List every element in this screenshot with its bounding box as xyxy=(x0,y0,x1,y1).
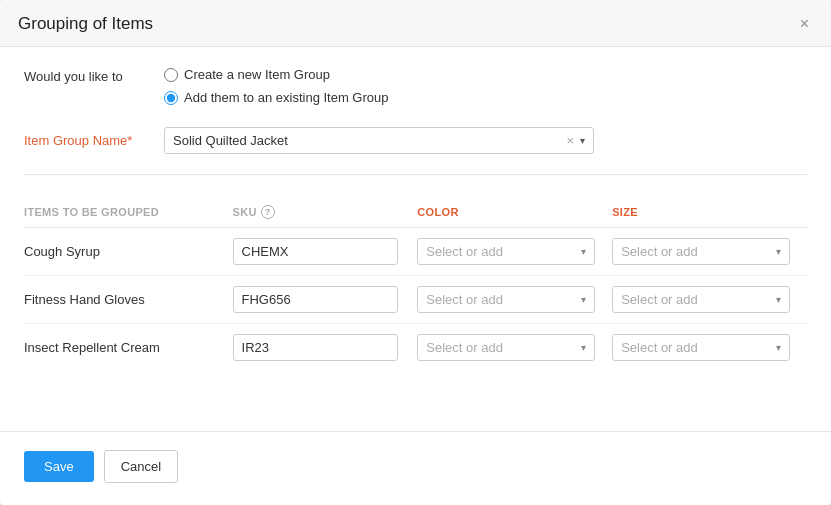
table-row: Cough Syrup Select or add ▾ Select or ad… xyxy=(24,228,807,276)
size-cell-0: Select or add ▾ xyxy=(612,228,807,276)
clear-icon[interactable]: × xyxy=(566,133,574,148)
size-dropdown-1[interactable]: Select or add ▾ xyxy=(612,286,790,313)
item-name-0: Cough Syrup xyxy=(24,228,233,276)
item-group-label: Item Group Name* xyxy=(24,133,164,148)
radio-existing-input[interactable] xyxy=(164,91,178,105)
col-header-size: SIZE xyxy=(612,197,807,228)
dialog-title: Grouping of Items xyxy=(18,14,153,34)
size-dropdown-0[interactable]: Select or add ▾ xyxy=(612,238,790,265)
col-header-color: COLOR xyxy=(417,197,612,228)
sku-cell-1 xyxy=(233,276,418,324)
sku-cell-0 xyxy=(233,228,418,276)
color-dropdown-0[interactable]: Select or add ▾ xyxy=(417,238,595,265)
color-chevron-0: ▾ xyxy=(581,246,586,257)
size-placeholder-2: Select or add xyxy=(621,340,698,355)
dialog-footer: Save Cancel xyxy=(0,431,831,505)
size-placeholder-1: Select or add xyxy=(621,292,698,307)
color-chevron-1: ▾ xyxy=(581,294,586,305)
color-chevron-2: ▾ xyxy=(581,342,586,353)
grouping-of-items-dialog: Grouping of Items × Would you like to Cr… xyxy=(0,0,831,505)
size-dropdown-2[interactable]: Select or add ▾ xyxy=(612,334,790,361)
color-dropdown-2[interactable]: Select or add ▾ xyxy=(417,334,595,361)
close-button[interactable]: × xyxy=(796,14,813,34)
item-name-1: Fitness Hand Gloves xyxy=(24,276,233,324)
item-group-value: Solid Quilted Jacket xyxy=(173,133,566,148)
col-header-items: ITEMS TO BE GROUPED xyxy=(24,197,233,228)
radio-option-existing[interactable]: Add them to an existing Item Group xyxy=(164,90,389,105)
dialog-body: Would you like to Create a new Item Grou… xyxy=(0,47,831,419)
item-group-select[interactable]: Solid Quilted Jacket × ▾ xyxy=(164,127,594,154)
table-row: Fitness Hand Gloves Select or add ▾ Sele… xyxy=(24,276,807,324)
size-chevron-0: ▾ xyxy=(776,246,781,257)
sku-help-icon[interactable]: ? xyxy=(261,205,275,219)
radio-new-input[interactable] xyxy=(164,68,178,82)
color-placeholder-0: Select or add xyxy=(426,244,503,259)
cancel-button[interactable]: Cancel xyxy=(104,450,178,483)
radio-section: Would you like to Create a new Item Grou… xyxy=(24,67,807,105)
color-placeholder-2: Select or add xyxy=(426,340,503,355)
radio-prompt: Would you like to xyxy=(24,67,164,84)
sku-cell-2 xyxy=(233,324,418,372)
size-cell-2: Select or add ▾ xyxy=(612,324,807,372)
size-placeholder-0: Select or add xyxy=(621,244,698,259)
chevron-down-icon: ▾ xyxy=(580,135,585,146)
dialog-header: Grouping of Items × xyxy=(0,0,831,47)
radio-group: Create a new Item Group Add them to an e… xyxy=(164,67,389,105)
sku-input-0[interactable] xyxy=(233,238,398,265)
color-placeholder-1: Select or add xyxy=(426,292,503,307)
save-button[interactable]: Save xyxy=(24,451,94,482)
table-row: Insect Repellent Cream Select or add ▾ S… xyxy=(24,324,807,372)
item-name-2: Insect Repellent Cream xyxy=(24,324,233,372)
radio-new-label: Create a new Item Group xyxy=(184,67,330,82)
size-cell-1: Select or add ▾ xyxy=(612,276,807,324)
size-chevron-1: ▾ xyxy=(776,294,781,305)
radio-option-new[interactable]: Create a new Item Group xyxy=(164,67,389,82)
item-group-name-row: Item Group Name* Solid Quilted Jacket × … xyxy=(24,127,807,175)
items-table: ITEMS TO BE GROUPED SKU ? COLOR SIZE xyxy=(24,197,807,371)
color-cell-0: Select or add ▾ xyxy=(417,228,612,276)
col-header-sku: SKU ? xyxy=(233,197,418,228)
radio-existing-label: Add them to an existing Item Group xyxy=(184,90,389,105)
sku-input-1[interactable] xyxy=(233,286,398,313)
color-cell-2: Select or add ▾ xyxy=(417,324,612,372)
color-cell-1: Select or add ▾ xyxy=(417,276,612,324)
sku-input-2[interactable] xyxy=(233,334,398,361)
size-chevron-2: ▾ xyxy=(776,342,781,353)
color-dropdown-1[interactable]: Select or add ▾ xyxy=(417,286,595,313)
